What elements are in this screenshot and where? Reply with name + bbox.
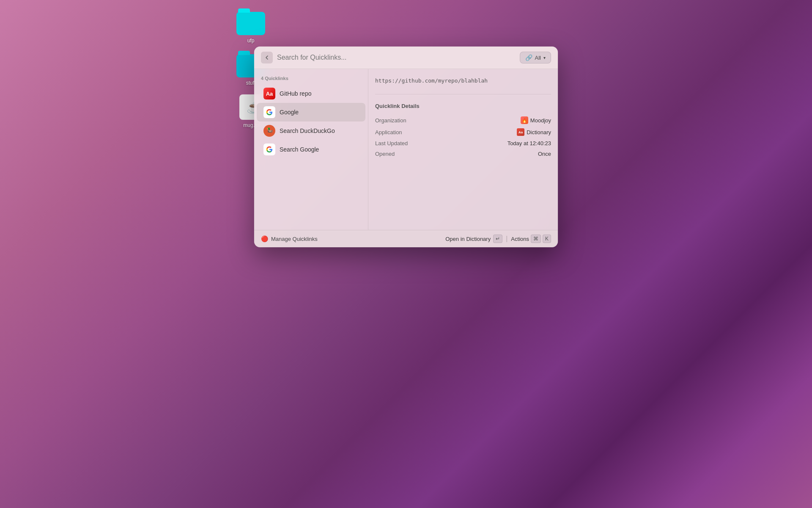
moodjoy-icon: 🔥: [521, 116, 528, 124]
k-key: K: [543, 235, 551, 243]
divider: [375, 94, 551, 94]
organization-value: 🔥 Moodjoy: [521, 116, 551, 124]
google-icon: [263, 106, 275, 118]
filter-label: All: [535, 55, 541, 61]
opened-value: Once: [538, 151, 551, 157]
url-display: https://github.com/myrepo/blahblah: [375, 76, 551, 91]
last-updated-label: Last Updated: [375, 140, 408, 146]
section-label: 4 Quicklinks: [254, 74, 368, 84]
details-section: Quicklink Details Organization 🔥 Moodjoy…: [375, 98, 551, 159]
actions-label: Actions: [511, 236, 529, 242]
left-panel: 4 Quicklinks Aa GitHub repo: [254, 69, 368, 230]
manage-label: Manage Quicklinks: [271, 236, 318, 242]
details-title: Quicklink Details: [375, 103, 551, 109]
github-repo-label: GitHub repo: [280, 90, 311, 97]
quicklink-item-ddg[interactable]: 🦆 Search DuckDuckGo: [257, 121, 365, 140]
quicklinks-modal: 🔗 All ▾ 4 Quicklinks Aa GitHub repo: [254, 47, 558, 247]
quicklink-item-search-google[interactable]: Search Google: [257, 140, 365, 159]
link-icon: 🔗: [525, 54, 532, 61]
dictionary-icon: Aa: [517, 128, 524, 136]
manage-quicklinks-button[interactable]: 🔴 Manage Quicklinks: [261, 235, 318, 242]
application-label: Application: [375, 129, 402, 135]
main-content: 4 Quicklinks Aa GitHub repo: [254, 69, 558, 230]
right-panel: https://github.com/myrepo/blahblah Quick…: [368, 69, 558, 230]
opened-label: Opened: [375, 151, 395, 157]
search-google-label: Search Google: [280, 146, 319, 153]
modal-footer: 🔴 Manage Quicklinks Open in Dictionary ↵…: [254, 230, 558, 247]
quicklink-item-github-repo[interactable]: Aa GitHub repo: [257, 84, 365, 103]
application-value: Aa Dictionary: [517, 128, 551, 136]
manage-icon: 🔴: [261, 235, 268, 242]
organization-label: Organization: [375, 117, 406, 124]
detail-row-last-updated: Last Updated Today at 12:40:23: [375, 138, 551, 149]
search-bar: 🔗 All ▾: [254, 47, 558, 69]
google-icon-2: [263, 144, 275, 155]
adobe-icon: Aa: [263, 88, 275, 99]
chevron-down-icon: ▾: [543, 55, 546, 60]
detail-row-organization: Organization 🔥 Moodjoy: [375, 114, 551, 126]
quicklink-item-google[interactable]: Google: [257, 103, 365, 121]
enter-key: ↵: [493, 235, 502, 243]
modal-overlay: 🔗 All ▾ 4 Quicklinks Aa GitHub repo: [0, 0, 812, 508]
footer-right: Open in Dictionary ↵ | Actions ⌘ K: [445, 235, 551, 243]
actions-button[interactable]: Actions ⌘ K: [511, 235, 551, 243]
open-label: Open in Dictionary: [445, 236, 491, 242]
open-in-dictionary-button[interactable]: Open in Dictionary ↵: [445, 235, 502, 243]
filter-dropdown[interactable]: 🔗 All ▾: [520, 52, 551, 64]
detail-row-opened: Opened Once: [375, 149, 551, 159]
ddg-label: Search DuckDuckGo: [280, 127, 335, 134]
ddg-icon: 🦆: [263, 125, 275, 137]
detail-row-application: Application Aa Dictionary: [375, 126, 551, 138]
google-label: Google: [280, 109, 299, 116]
search-input[interactable]: [277, 54, 516, 61]
last-updated-value: Today at 12:40:23: [508, 140, 551, 146]
footer-separator: |: [506, 235, 508, 243]
cmd-key: ⌘: [531, 235, 541, 243]
back-button[interactable]: [261, 52, 273, 64]
